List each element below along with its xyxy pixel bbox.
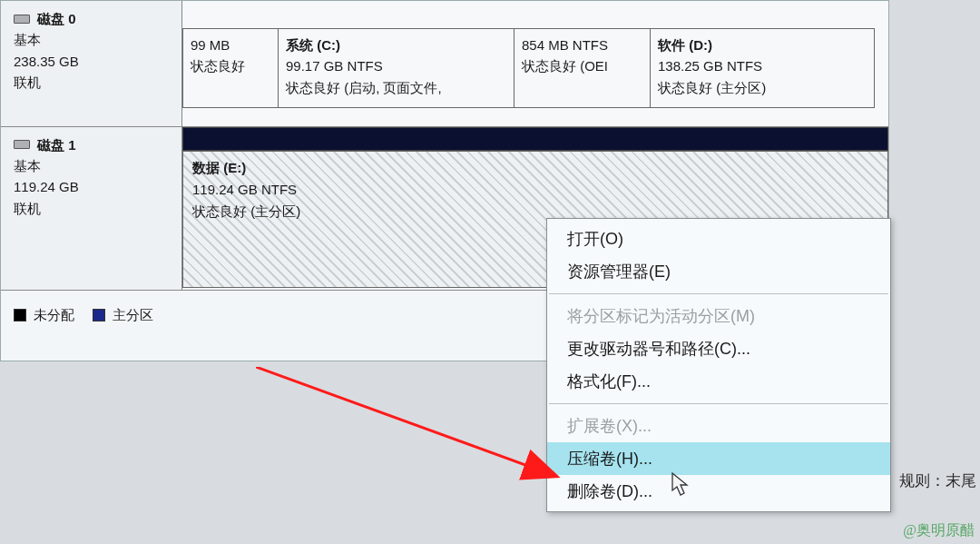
menu-delete[interactable]: 删除卷(D)...: [547, 475, 890, 508]
legend-label: 未分配: [34, 307, 74, 322]
disk-title-1: 磁盘 1: [14, 134, 172, 155]
partition-name: 数据 (E:): [192, 157, 878, 179]
watermark: @奥明原醋: [903, 521, 975, 540]
partition-status: 状态良好 (启动, 页面文件,: [286, 77, 506, 98]
menu-change-letter[interactable]: 更改驱动器号和路径(C)...: [547, 332, 890, 365]
partition-status: 状态良好 (OEI: [522, 55, 642, 76]
partition-size: 119.24 GB NTFS: [192, 179, 878, 201]
partition-name: 软件 (D:): [658, 35, 867, 55]
disk-icon: [14, 15, 30, 24]
menu-separator: [549, 293, 888, 294]
disk-info-1[interactable]: 磁盘 1 基本 119.24 GB 联机: [1, 127, 182, 290]
partition-name: 系统 (C:): [286, 35, 506, 55]
disk-info-0[interactable]: 磁盘 0 基本 238.35 GB 联机: [1, 1, 182, 126]
disk-size: 119.24 GB: [14, 176, 172, 197]
menu-shrink[interactable]: 压缩卷(H)...: [547, 442, 890, 475]
menu-explorer[interactable]: 资源管理器(E): [547, 255, 890, 288]
context-menu: 打开(O) 资源管理器(E) 将分区标记为活动分区(M) 更改驱动器号和路径(C…: [546, 218, 891, 512]
menu-format[interactable]: 格式化(F)...: [547, 365, 890, 398]
partitions-0: 99 MB 状态良好 系统 (C:) 99.17 GB NTFS 状态良好 (启…: [182, 1, 888, 126]
svg-line-0: [256, 367, 555, 476]
legend-primary: 主分区: [93, 307, 153, 324]
disk-type: 基本: [14, 29, 172, 50]
disk-name: 磁盘 0: [37, 8, 76, 29]
menu-separator: [549, 403, 888, 404]
disk-icon: [14, 140, 30, 149]
disk-status: 联机: [14, 72, 172, 93]
legend-label: 主分区: [113, 307, 153, 322]
disk-status: 联机: [14, 198, 172, 219]
swatch-black-icon: [14, 309, 26, 321]
partition[interactable]: 854 MB NTFS 状态良好 (OEI: [514, 28, 650, 108]
partition-status: 状态良好 (主分区): [658, 77, 867, 98]
background-text-fragment: 规则：末尾: [899, 470, 976, 491]
partition-size: 854 MB NTFS: [522, 35, 642, 55]
partition-status: 状态良好: [191, 55, 270, 76]
legend-unallocated: 未分配: [14, 307, 74, 324]
partition-size: 99.17 GB NTFS: [286, 55, 506, 76]
disk-row-0: 磁盘 0 基本 238.35 GB 联机 99 MB 状态良好 系统 (C:) …: [1, 1, 888, 127]
menu-mark-active: 将分区标记为活动分区(M): [547, 300, 890, 332]
menu-open[interactable]: 打开(O): [547, 223, 890, 255]
disk-title-0: 磁盘 0: [14, 8, 172, 29]
partition[interactable]: 软件 (D:) 138.25 GB NTFS 状态良好 (主分区): [650, 28, 875, 108]
disk-size: 238.35 GB: [14, 51, 172, 72]
partition[interactable]: 系统 (C:) 99.17 GB NTFS 状态良好 (启动, 页面文件,: [278, 28, 514, 108]
menu-extend: 扩展卷(X)...: [547, 410, 890, 442]
disk-type: 基本: [14, 155, 172, 176]
partition-size: 99 MB: [191, 35, 270, 55]
swatch-blue-icon: [93, 309, 105, 321]
partition-size: 138.25 GB NTFS: [658, 55, 867, 76]
partition[interactable]: 99 MB 状态良好: [182, 28, 278, 108]
disk-name: 磁盘 1: [37, 134, 76, 155]
unallocated-bar[interactable]: [182, 127, 888, 151]
